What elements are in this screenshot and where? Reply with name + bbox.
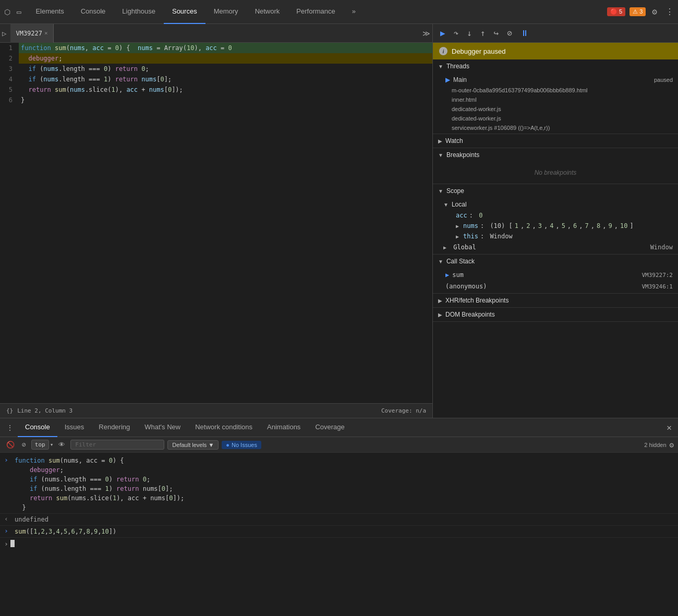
scope-nums[interactable]: nums: (10) [ 1, 2, 3, 4, 5, 6, 7, 8, 9, bbox=[433, 221, 678, 231]
threads-triangle bbox=[438, 64, 443, 69]
thread-sub-2[interactable]: inner.html bbox=[433, 95, 678, 104]
scope-triangle bbox=[438, 188, 443, 194]
console-settings-icon[interactable]: ⚙ bbox=[670, 441, 674, 449]
no-issues-badge[interactable]: ● No Issues bbox=[222, 441, 261, 449]
context-dropdown-icon[interactable]: ▾ bbox=[50, 441, 54, 448]
error-count-badge[interactable]: 🔴 5 bbox=[607, 7, 625, 16]
watch-label: Watch bbox=[445, 137, 463, 144]
tab-sources[interactable]: Sources bbox=[164, 0, 205, 24]
file-tab-name: VM39227 bbox=[16, 30, 42, 37]
console-tab-whatsnew[interactable]: What's New bbox=[137, 418, 188, 437]
threads-section-header[interactable]: Threads bbox=[433, 59, 678, 73]
console-tab-bar: ⋮ Console Issues Rendering What's New Ne… bbox=[0, 418, 678, 437]
pause-on-exceptions-button[interactable]: ⏸ bbox=[518, 27, 531, 39]
tab-console[interactable]: Console bbox=[72, 0, 114, 24]
watch-section-header[interactable]: Watch bbox=[433, 134, 678, 148]
console-cursor-line[interactable]: › bbox=[0, 538, 678, 549]
console-tab-coverage[interactable]: Coverage bbox=[308, 418, 352, 437]
scope-this[interactable]: this: Window bbox=[433, 231, 678, 241]
local-label: Local bbox=[452, 201, 467, 208]
warn-count-badge[interactable]: ⚠ 3 bbox=[629, 7, 646, 16]
inspect-icon[interactable]: ⬡ bbox=[2, 6, 13, 18]
global-label: Global bbox=[453, 244, 476, 251]
scope-section-header[interactable]: Scope bbox=[433, 184, 678, 198]
thread-sub-1[interactable]: m-outer-0cba8a995d163797499ab006bbb6b889… bbox=[433, 86, 678, 95]
console-code-0: function sum(nums, acc = 0) { debugger; … bbox=[15, 456, 184, 512]
no-breakpoints-text: No breakpoints bbox=[433, 163, 678, 183]
console-entry-1: ‹ undefined bbox=[0, 514, 678, 526]
more-options-icon[interactable]: ⋮ bbox=[663, 5, 676, 19]
console-output[interactable]: › function sum(nums, acc = 0) { debugger… bbox=[0, 453, 678, 616]
sources-panel: ▷ VM39227 × ≫ 1 function sum(nums, acc =… bbox=[0, 24, 678, 418]
threads-section: Threads ▶ Main paused m-outer-0cba8a995d… bbox=[433, 59, 678, 134]
code-line-2: 2 debugger; bbox=[0, 53, 432, 64]
xhr-label: XHR/fetch Breakpoints bbox=[445, 297, 508, 304]
xhr-section: XHR/fetch Breakpoints bbox=[433, 294, 678, 308]
deactivate-breakpoints-button[interactable]: ⊘ bbox=[505, 27, 514, 39]
thread-sub-5[interactable]: serviceworker.js #106089 (()=>A(t,e,r)) bbox=[433, 123, 678, 132]
callstack-section-header[interactable]: Call Stack bbox=[433, 255, 678, 268]
dom-label: DOM Breakpoints bbox=[445, 311, 495, 318]
local-triangle bbox=[443, 202, 449, 208]
tab-performance[interactable]: Performance bbox=[288, 0, 343, 24]
thread-sub-4[interactable]: dedicated-worker.js bbox=[433, 114, 678, 123]
eye-icon[interactable]: 👁 bbox=[56, 440, 67, 450]
this-expand-icon bbox=[456, 234, 459, 239]
step-over-button[interactable]: ↷ bbox=[452, 27, 461, 39]
file-tab-vm39227[interactable]: VM39227 × bbox=[10, 24, 53, 43]
log-levels-button[interactable]: Default levels ▼ bbox=[167, 440, 219, 450]
main-area: ▷ VM39227 × ≫ 1 function sum(nums, acc =… bbox=[0, 24, 678, 616]
scope-global[interactable]: Global Window bbox=[433, 241, 678, 253]
tab-lighthouse[interactable]: Lighthouse bbox=[114, 0, 164, 24]
device-icon[interactable]: ▭ bbox=[15, 6, 23, 18]
scope-section: Scope Local acc: 0 nums: bbox=[433, 184, 678, 255]
console-tab-animations[interactable]: Animations bbox=[260, 418, 308, 437]
resume-button[interactable]: ▶ bbox=[438, 27, 447, 39]
console-cursor-blink bbox=[10, 540, 15, 547]
tab-more[interactable]: » bbox=[344, 0, 364, 24]
thread-sub-3[interactable]: dedicated-worker.js bbox=[433, 104, 678, 114]
settings-icon[interactable]: ⚙ bbox=[650, 5, 659, 19]
console-entry-2: › sum([1,2,3,4,5,6,7,8,9,10]) bbox=[0, 526, 678, 538]
run-icon[interactable]: ▷ bbox=[2, 29, 6, 38]
format-icon[interactable]: {} bbox=[6, 407, 13, 414]
watch-triangle bbox=[438, 138, 442, 144]
clear-console-button[interactable]: 🚫 bbox=[4, 440, 17, 450]
local-header[interactable]: Local bbox=[433, 199, 678, 210]
step-button[interactable]: ↪ bbox=[492, 27, 501, 39]
info-icon: i bbox=[439, 47, 447, 55]
callstack-loc-1: VM39246:1 bbox=[641, 283, 673, 290]
console-filter-input[interactable] bbox=[70, 440, 164, 450]
callstack-loc-0: VM39227:2 bbox=[641, 272, 673, 279]
context-selector[interactable]: top ▾ bbox=[31, 440, 54, 450]
scope-acc: acc: 0 bbox=[433, 210, 678, 221]
callstack-arrow-icon: ▶ bbox=[445, 271, 449, 279]
block-requests-icon[interactable]: ⊘ bbox=[20, 440, 28, 450]
console-tab-issues[interactable]: Issues bbox=[57, 418, 92, 437]
console-menu-icon[interactable]: ⋮ bbox=[2, 421, 18, 434]
tab-memory[interactable]: Memory bbox=[205, 0, 247, 24]
tab-network[interactable]: Network bbox=[247, 0, 288, 24]
file-tab-more-icon[interactable]: ≫ bbox=[422, 29, 430, 38]
code-editor[interactable]: 1 function sum(nums, acc = 0) { nums = A… bbox=[0, 43, 432, 403]
code-line-1: 1 function sum(nums, acc = 0) { nums = A… bbox=[0, 43, 432, 53]
console-tab-rendering[interactable]: Rendering bbox=[91, 418, 137, 437]
step-out-button[interactable]: ↑ bbox=[478, 27, 488, 39]
breakpoints-section-header[interactable]: Breakpoints bbox=[433, 148, 678, 162]
console-tab-console[interactable]: Console bbox=[18, 418, 57, 437]
console-close-icon[interactable]: ✕ bbox=[662, 420, 676, 434]
top-right-icons: 🔴 5 ⚠ 3 ⚙ ⋮ bbox=[607, 5, 676, 19]
xhr-section-header[interactable]: XHR/fetch Breakpoints bbox=[433, 294, 678, 307]
context-value[interactable]: top bbox=[31, 440, 49, 450]
code-line-6: 6 } bbox=[0, 95, 432, 105]
callstack-item-0[interactable]: ▶ sum VM39227:2 bbox=[433, 269, 678, 281]
tab-elements[interactable]: Elements bbox=[27, 0, 72, 24]
debugger-panel: ▶ ↷ ↓ ↑ ↪ ⊘ ⏸ i Debugger paused Threa bbox=[433, 24, 678, 418]
console-tab-network-conditions[interactable]: Network conditions bbox=[188, 418, 260, 437]
top-tab-bar: ⬡ ▭ Elements Console Lighthouse Sources … bbox=[0, 0, 678, 24]
thread-main[interactable]: ▶ Main paused bbox=[433, 74, 678, 86]
file-tab-close[interactable]: × bbox=[44, 30, 48, 37]
dom-section-header[interactable]: DOM Breakpoints bbox=[433, 308, 678, 321]
callstack-item-1[interactable]: (anonymous) VM39246:1 bbox=[433, 281, 678, 292]
step-into-button[interactable]: ↓ bbox=[465, 27, 474, 39]
